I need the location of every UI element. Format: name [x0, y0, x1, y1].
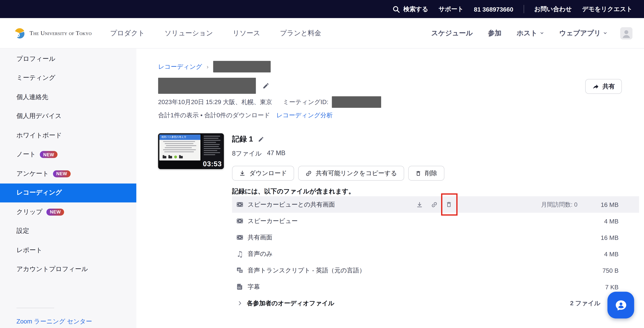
redacted-breadcrumb-title [213, 61, 271, 72]
sidebar-item-recordings[interactable]: レコーディング [0, 183, 136, 202]
copy-link-button-label: 共有可能リンクをコピーする [316, 169, 397, 177]
download-icon[interactable] [416, 201, 423, 208]
request-demo-link[interactable]: デモをリクエスト [582, 5, 632, 13]
share-button[interactable]: 共有 [585, 79, 622, 94]
meeting-stats-row: 合計1件の表示 • 合計0件のダウンロード レコーディング分析 [158, 111, 332, 119]
nav-item-plans[interactable]: プランと料金 [280, 29, 321, 38]
file-label[interactable]: 各参加者のオーディオファイル [247, 299, 334, 307]
sidebar-item-whiteboard[interactable]: ホワイトボード [0, 126, 136, 145]
file-size: 16 MB [590, 234, 618, 241]
phone-number[interactable]: 81 368973660 [474, 6, 513, 13]
file-label[interactable]: スピーカービューとの共有画面 [248, 201, 335, 208]
file-row-audio-transcript[interactable]: 音声トランスクリプト - 英語（元の言語） 750 B [232, 262, 639, 278]
nav-item-resources[interactable]: リソース [233, 29, 260, 38]
edit-title-icon[interactable] [262, 82, 270, 89]
chat-bubble-person-icon [614, 298, 628, 312]
nav-item-products[interactable]: プロダクト [110, 29, 145, 38]
search-button[interactable]: 検索する [392, 5, 428, 13]
file-count: 2 ファイル [570, 299, 600, 307]
video-file-icon [236, 217, 244, 225]
thumbnail-slide-title: 相対パス参照の考え方 [160, 135, 200, 140]
transcript-file-icon [236, 267, 244, 274]
file-label[interactable]: 音声トランスクリプト - 英語（元の言語） [248, 266, 365, 274]
search-label: 検索する [404, 5, 428, 13]
sidebar-item-devices[interactable]: 個人用デバイス [0, 107, 136, 126]
nav-item-schedule[interactable]: スケジュール [431, 29, 473, 38]
sidebar-item-meetings[interactable]: ミーティング [0, 68, 136, 88]
support-chat-button[interactable] [608, 292, 634, 318]
breadcrumb-separator: › [207, 63, 208, 70]
learning-center-link[interactable]: Zoom ラーニング センター [16, 317, 92, 325]
nav-item-solutions[interactable]: ソリューション [164, 29, 213, 38]
recording-analytics-link[interactable]: レコーディング分析 [276, 111, 333, 119]
audio-file-icon: ♫ [236, 250, 244, 258]
record-actions: ダウンロード 共有可能リンクをコピーする 削除 [232, 166, 444, 181]
sidebar-item-contacts[interactable]: 個人連絡先 [0, 88, 136, 107]
nav-right: スケジュール 参加 ホスト ウェブアプリ [431, 27, 632, 39]
nav-item-host-label: ホスト [517, 29, 538, 38]
nav-item-webapp-label: ウェブアプリ [559, 29, 601, 38]
files-section: 記録には、以下のファイルが含まれます。 スピーカービューとの共有画面 [232, 187, 639, 311]
nav-item-webapp[interactable]: ウェブアプリ [559, 29, 608, 38]
file-row-speaker-view[interactable]: スピーカービュー 4 MB [232, 213, 639, 229]
file-label[interactable]: スピーカービュー [248, 217, 298, 225]
download-button[interactable]: ダウンロード [232, 166, 294, 181]
link-icon[interactable] [431, 201, 438, 208]
topbar-divider [524, 5, 524, 13]
svg-text:CC: CC [238, 286, 241, 289]
recording-thumbnail[interactable]: 相対パス参照の考え方 [158, 133, 224, 169]
sidebar-item-reports[interactable]: レポート [0, 241, 136, 260]
sidebar-item-account-profile[interactable]: アカウントプロフィール [0, 260, 136, 279]
record-block: 相対パス参照の考え方 [158, 133, 444, 181]
file-label[interactable]: 音声のみ [248, 250, 272, 258]
nav-item-join[interactable]: 参加 [488, 29, 502, 38]
thumbnail-slide: 相対パス参照の考え方 [160, 135, 200, 160]
university-logo[interactable]: The University of Tokyo [13, 27, 92, 40]
files-heading: 記録には、以下のファイルが含まれます。 [232, 187, 639, 196]
chevron-down-icon [540, 31, 544, 35]
support-link[interactable]: サポート [438, 5, 464, 13]
file-size: 4 MB [590, 217, 618, 225]
file-row-actions [416, 196, 452, 213]
record-total-size: 47 MB [267, 149, 286, 158]
avatar[interactable] [620, 27, 632, 39]
trash-icon[interactable] [446, 201, 452, 208]
breadcrumb: レコーディング › [158, 61, 270, 72]
delete-button-label: 削除 [425, 169, 437, 177]
contact-link[interactable]: お問い合わせ [534, 5, 572, 13]
file-row-captions[interactable]: CC 字幕 7 KB [232, 279, 639, 295]
copy-shareable-link-button[interactable]: 共有可能リンクをコピーする [298, 166, 404, 181]
record-file-count: 8ファイル [232, 149, 262, 158]
delete-record-button[interactable]: 削除 [408, 166, 444, 181]
sidebar-item-profile[interactable]: プロフィール [0, 49, 136, 68]
file-row-participant-audio[interactable]: 各参加者のオーディオファイル 2 ファイル 7 [232, 295, 639, 311]
file-row-audio-only[interactable]: ♫ 音声のみ 4 MB [232, 246, 639, 262]
download-button-label: ダウンロード [249, 169, 287, 177]
file-size: 4 MB [590, 250, 618, 257]
link-icon [305, 170, 312, 177]
nav-menu: プロダクト ソリューション リソース プランと料金 [110, 29, 321, 38]
nav-item-host[interactable]: ホスト [517, 29, 544, 38]
file-label[interactable]: 字幕 [248, 283, 260, 291]
share-icon [592, 83, 599, 90]
edit-record-title-icon[interactable] [258, 136, 264, 142]
breadcrumb-recordings-link[interactable]: レコーディング [158, 63, 202, 71]
file-size: 7 KB [590, 283, 618, 290]
video-file-icon [236, 201, 244, 208]
file-label[interactable]: 共有画面 [248, 233, 272, 241]
sidebar-item-notes[interactable]: ノートNEW [0, 145, 136, 164]
sidebar-item-settings[interactable]: 設定 [0, 222, 136, 241]
meeting-meta-row: 2023年10月20日 15:29 大阪、札幌、東京 ミーティングID: [158, 96, 381, 108]
new-badge: NEW [46, 209, 64, 216]
file-row-shared-screen[interactable]: 共有画面 16 MB [232, 229, 639, 246]
file-row-shared-screen-speaker[interactable]: スピーカービューとの共有画面 [232, 196, 639, 213]
monthly-visits: 月間訪問数: 0 [541, 201, 578, 208]
sidebar-item-surveys[interactable]: アンケートNEW [0, 164, 136, 183]
sidebar-item-clips[interactable]: クリップNEW [0, 203, 136, 222]
record-summary: 8ファイル 47 MB [232, 149, 444, 158]
meeting-datetime: 2023年10月20日 15:29 大阪、札幌、東京 [158, 98, 272, 106]
chevron-right-icon[interactable] [237, 300, 243, 306]
main-navbar: The University of Tokyo プロダクト ソリューション リソ… [0, 18, 644, 49]
thumbnail-diagram [162, 155, 183, 158]
chevron-down-icon [603, 31, 608, 35]
